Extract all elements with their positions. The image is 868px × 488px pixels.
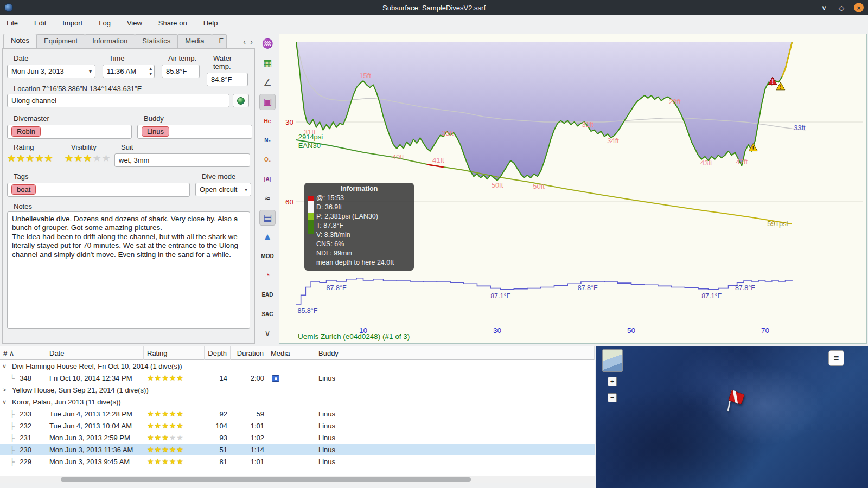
tab-statistics[interactable]: Statistics bbox=[135, 34, 178, 48]
pp-n2-icon[interactable]: N₂ bbox=[259, 132, 276, 149]
tags-input[interactable]: boat bbox=[7, 183, 190, 197]
dive-profile-chart[interactable]: 15ft40ft41ft35ft50ft50ft31ft34ft28ft43ft… bbox=[279, 34, 867, 344]
dive-site-map[interactable]: + − ≡ bbox=[596, 346, 868, 488]
column-header-date[interactable]: Date bbox=[46, 346, 144, 360]
dive-row[interactable]: ├229Mon Jun 3, 2013 9:45 AM★★★★★811:01Li… bbox=[0, 455, 595, 467]
trip-row[interactable]: ∨Koror, Palau, Jun 2013 (11 dive(s)) bbox=[0, 396, 595, 408]
horizontal-scrollbar[interactable] bbox=[0, 476, 595, 483]
map-menu-button[interactable]: ≡ bbox=[828, 350, 844, 366]
tag-chip[interactable]: boat bbox=[11, 184, 36, 195]
warning-icon[interactable]: ! bbox=[776, 82, 785, 90]
pp-he-icon[interactable]: He bbox=[259, 113, 276, 130]
temperature-label: 87.8°F bbox=[735, 284, 755, 292]
ndl-icon[interactable]: ◔ bbox=[259, 268, 276, 284]
close-button[interactable]: × bbox=[854, 3, 864, 12]
ead-icon[interactable]: EAD bbox=[259, 287, 276, 303]
column-header-media[interactable]: Media bbox=[267, 346, 315, 360]
star-icon[interactable]: ★ bbox=[7, 153, 16, 163]
map-zoom-in-button[interactable]: + bbox=[608, 377, 617, 386]
star-icon: ★ bbox=[147, 374, 155, 382]
star-icon[interactable]: ★ bbox=[65, 153, 74, 163]
visibility-stars[interactable]: ★★★★★ bbox=[65, 153, 114, 163]
star-icon[interactable]: ★ bbox=[44, 153, 54, 163]
info-box[interactable]: Information @: 15:53D: 36.9ftP: 2,381psi… bbox=[304, 183, 414, 271]
tab-media[interactable]: Media bbox=[177, 34, 212, 48]
dive-mode-icon[interactable]: ♒ bbox=[259, 36, 276, 52]
tank-bar-icon[interactable]: |A| bbox=[259, 171, 276, 187]
dive-row[interactable]: ├231Mon Jun 3, 2013 2:59 PM★★★★★931:02Li… bbox=[0, 432, 595, 444]
pp-o2-icon[interactable]: O₂ bbox=[259, 152, 276, 168]
ruler-icon[interactable]: ∠ bbox=[259, 74, 276, 91]
star-icon[interactable]: ★ bbox=[16, 153, 25, 163]
sac-icon[interactable]: SAC bbox=[259, 306, 276, 323]
minimize-button[interactable]: ∨ bbox=[819, 3, 829, 12]
buddy-input[interactable]: Linus bbox=[137, 125, 252, 139]
dive-mode-combobox[interactable]: Open circuit▾ bbox=[195, 183, 251, 196]
time-spinner[interactable]: 11:36 AM ▴▾ bbox=[103, 65, 155, 78]
column-header-duration[interactable]: Duration bbox=[231, 346, 267, 360]
map-overview-inset[interactable] bbox=[602, 349, 623, 372]
dive-flag-marker-icon[interactable] bbox=[723, 387, 746, 413]
menu-share-on[interactable]: Share on bbox=[157, 17, 188, 29]
star-icon[interactable]: ★ bbox=[83, 153, 92, 163]
chevron-right-icon[interactable]: > bbox=[0, 387, 9, 393]
air-temp-field[interactable]: 85.8°F bbox=[162, 65, 200, 78]
notes-textarea[interactable]: Unbelievable dive. Dozens and dozens of … bbox=[7, 211, 250, 329]
time-axis-tick: 50 bbox=[627, 326, 635, 335]
star-icon: ★ bbox=[169, 458, 177, 465]
globe-button[interactable] bbox=[233, 94, 249, 107]
tab-scroll-right-icon[interactable]: › bbox=[248, 36, 255, 47]
dive-row[interactable]: ├233Tue Jun 4, 2013 12:28 PM★★★★★9259Lin… bbox=[0, 408, 595, 420]
map-zoom-out-button[interactable]: − bbox=[608, 393, 617, 402]
heart-rate-icon[interactable]: ≈ bbox=[259, 190, 276, 207]
menu-log[interactable]: Log bbox=[98, 17, 112, 29]
star-icon[interactable]: ★ bbox=[25, 153, 35, 163]
tab-equipment[interactable]: Equipment bbox=[36, 34, 85, 48]
location-input[interactable]: Ulong channel bbox=[7, 94, 229, 107]
dive-row[interactable]: └348Fri Oct 10, 2014 12:34 PM★★★★★142:00… bbox=[0, 372, 595, 384]
scale-picture-icon[interactable]: ▤ bbox=[259, 210, 276, 226]
dive-row[interactable]: ├232Tue Jun 4, 2013 10:04 AM★★★★★1041:01… bbox=[0, 420, 595, 432]
mod-icon[interactable]: MOD bbox=[259, 248, 276, 265]
menu-view[interactable]: View bbox=[126, 17, 143, 29]
tab-scroll-left-icon[interactable]: ‹ bbox=[241, 36, 248, 47]
tab-information[interactable]: Information bbox=[85, 34, 135, 48]
menu-import[interactable]: Import bbox=[61, 17, 84, 29]
star-icon[interactable]: ★ bbox=[74, 153, 83, 163]
buddy-chip[interactable]: Linus bbox=[142, 126, 169, 137]
menu-help[interactable]: Help bbox=[202, 17, 219, 29]
trip-row[interactable]: >Yellow House, Sun Sep 21, 2014 (1 dive(… bbox=[0, 384, 595, 396]
collapse-toolbar-icon[interactable]: ∨ bbox=[259, 325, 276, 342]
star-icon[interactable]: ★ bbox=[102, 153, 111, 163]
trip-row[interactable]: ∨Divi Flamingo House Reef, Fri Oct 10, 2… bbox=[0, 360, 595, 372]
spinner-arrows-icon[interactable]: ▴▾ bbox=[149, 66, 152, 76]
divemaster-buddy-row: Divemaster Robin Buddy Linus bbox=[7, 114, 252, 139]
ceiling-icon[interactable]: ▲ bbox=[259, 229, 276, 245]
menu-edit[interactable]: Edit bbox=[33, 17, 47, 29]
tab-notes[interactable]: Notes bbox=[3, 34, 37, 48]
star-icon: ★ bbox=[176, 434, 184, 441]
title-bar[interactable]: Subsurface: SampleDivesV2.ssrf ∨ ◇ × bbox=[0, 0, 868, 15]
maximize-button[interactable]: ◇ bbox=[837, 3, 846, 12]
column-header-rating[interactable]: Rating bbox=[144, 346, 205, 360]
tab-e[interactable]: E bbox=[212, 34, 227, 48]
grid-toggle-icon[interactable]: ▦ bbox=[259, 55, 276, 72]
divemaster-chip[interactable]: Robin bbox=[11, 126, 41, 137]
column-header-num[interactable]: # ∧ bbox=[0, 346, 46, 360]
chevron-down-icon[interactable]: ∨ bbox=[0, 399, 9, 406]
column-header-depth[interactable]: Depth bbox=[205, 346, 231, 360]
chevron-down-icon[interactable]: ∨ bbox=[0, 363, 9, 370]
divemaster-input[interactable]: Robin bbox=[7, 125, 132, 139]
show-photos-icon[interactable]: ▣ bbox=[259, 94, 276, 110]
media-icon[interactable] bbox=[272, 375, 279, 382]
water-temp-field[interactable]: 84.8°F bbox=[207, 73, 248, 86]
menu-file[interactable]: File bbox=[5, 17, 19, 29]
date-combobox[interactable]: Mon Jun 3, 2013▾ bbox=[7, 65, 95, 78]
scrollbar-thumb[interactable] bbox=[61, 477, 471, 482]
dive-row[interactable]: ├230Mon Jun 3, 2013 11:36 AM★★★★★511:14L… bbox=[0, 444, 595, 455]
star-icon[interactable]: ★ bbox=[35, 153, 44, 163]
column-header-buddy[interactable]: Buddy bbox=[315, 346, 595, 360]
rating-stars[interactable]: ★★★★★ bbox=[7, 153, 65, 163]
star-icon[interactable]: ★ bbox=[92, 153, 101, 163]
suit-input[interactable]: wet, 3mm bbox=[114, 153, 250, 167]
